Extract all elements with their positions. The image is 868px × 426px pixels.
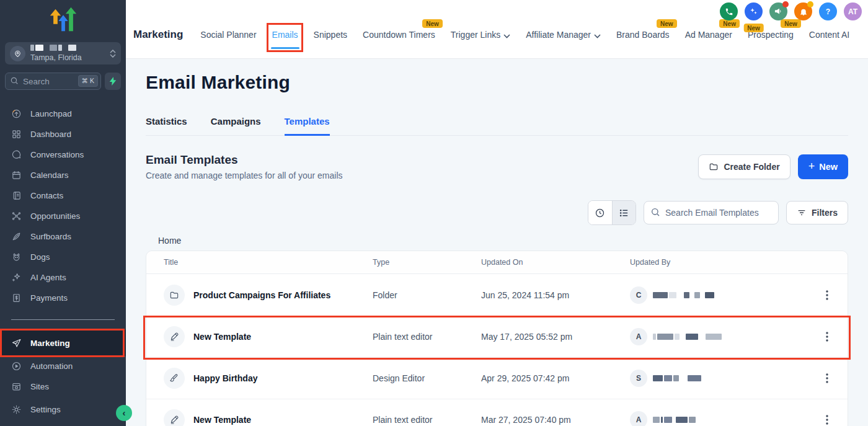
conversations-icon: [11, 149, 22, 160]
redacted-user-name: [653, 416, 696, 424]
list-view-button[interactable]: [612, 201, 636, 224]
topnav-tab-social-planner[interactable]: Social Planner: [200, 30, 256, 40]
avatar: A: [630, 328, 647, 345]
redacted-block: [706, 334, 722, 340]
sidebar-item-dashboard[interactable]: Dashboard: [0, 124, 126, 144]
row-title-cell[interactable]: New Template: [164, 409, 373, 426]
row-updated-on-cell: Jun 25, 2024 11:54 pm: [481, 290, 630, 300]
redacted-gap: [63, 45, 67, 51]
recent-view-button[interactable]: [588, 201, 612, 224]
row-menu-button[interactable]: [818, 286, 836, 304]
sidebar-collapse-button[interactable]: ‹: [116, 405, 132, 421]
sidebar: Tampa, Florida ⌘ K LaunchpadDashboardCon…: [0, 0, 126, 426]
table-row[interactable]: Happy BirthdayDesign EditorApr 29, 2025 …: [146, 357, 848, 399]
redacted-gap: [45, 45, 48, 51]
redacted-block: [657, 334, 673, 340]
template-title: New Template: [193, 332, 251, 342]
launchpad-icon: [11, 109, 22, 119]
new-badge: New: [743, 24, 764, 32]
topnav-tab-countdown-timers[interactable]: Countdown TimersNew: [363, 30, 435, 40]
sidebar-item-sites[interactable]: Sites: [0, 376, 126, 397]
row-menu-button[interactable]: [818, 369, 836, 388]
redacted-block: [664, 417, 672, 423]
topnav-tab-emails[interactable]: Emails: [272, 30, 298, 40]
main-content: Email Marketing StatisticsCampaignsTempl…: [126, 59, 868, 426]
row-title-cell[interactable]: New Template: [164, 326, 373, 347]
redacted-gap: [673, 417, 675, 423]
row-actions-cell: [818, 327, 848, 346]
breadcrumb[interactable]: Home: [158, 236, 848, 246]
sidebar-item-launchpad[interactable]: Launchpad: [0, 104, 126, 124]
sidebar-item-calendars[interactable]: Calendars: [0, 165, 126, 185]
row-title-cell[interactable]: Happy Birthday: [164, 368, 373, 389]
ai-sparkles-icon[interactable]: [745, 2, 763, 20]
tab-statistics[interactable]: Statistics: [146, 116, 187, 135]
sidebar-item-marketing[interactable]: Marketing: [0, 330, 126, 356]
new-badge: New: [719, 19, 740, 28]
redacted-block: [675, 334, 680, 340]
sidebar-item-surfboards[interactable]: Surfboards: [0, 226, 126, 247]
quick-actions-bolt-button[interactable]: [105, 73, 121, 90]
sidebar-item-settings[interactable]: Settings: [0, 399, 126, 420]
row-updated-on-cell: Apr 29, 2025 07:42 pm: [481, 373, 630, 383]
brush-icon: [164, 368, 185, 389]
settings-icon: [11, 404, 22, 415]
section-title: Email Templates: [146, 153, 698, 167]
avatar: S: [630, 370, 647, 387]
tab-campaigns[interactable]: Campaigns: [211, 116, 261, 135]
tab-templates[interactable]: Templates: [285, 116, 330, 136]
sidebar-item-payments[interactable]: Payments: [0, 288, 126, 308]
row-menu-button[interactable]: [818, 327, 836, 346]
redacted-block: [58, 45, 62, 51]
row-title-cell[interactable]: Product Campaigns For Affiliates: [164, 285, 373, 306]
list-icon: [619, 208, 629, 218]
avatar[interactable]: AT: [844, 2, 862, 20]
redacted-block: [68, 45, 76, 51]
topnav-tab-label: Content AI: [809, 30, 849, 40]
phone-icon[interactable]: [720, 2, 738, 20]
redacted-block: [694, 292, 700, 298]
shortcut-badge: ⌘ K: [78, 75, 98, 87]
topnav-tab-affiliate-manager[interactable]: Affiliate Manager: [526, 30, 601, 40]
sidebar-item-label: Opportunities: [30, 211, 80, 221]
row-updated-by-cell: S: [630, 370, 818, 387]
topnav-tab-trigger-links[interactable]: Trigger Links: [451, 30, 510, 40]
new-button[interactable]: + New: [798, 154, 848, 179]
sidebar-item-dogs[interactable]: Dogs: [0, 247, 126, 267]
row-menu-button[interactable]: [818, 410, 836, 426]
filters-button[interactable]: Filters: [786, 201, 848, 224]
table-toolbar: Filters: [146, 200, 848, 225]
topnav-tab-content-ai[interactable]: Content AI: [809, 30, 849, 40]
topnav-tab-ad-manager[interactable]: Ad ManagerNew: [685, 30, 732, 40]
sidebar-item-label: Marketing: [30, 339, 70, 348]
table-row[interactable]: Product Campaigns For AffiliatesFolderJu…: [146, 274, 848, 316]
table-row[interactable]: New TemplatePlain text editorMay 17, 202…: [146, 316, 848, 357]
row-updated-by-cell: C: [630, 286, 818, 304]
sidebar-item-ai-agents[interactable]: AI Agents: [0, 267, 126, 288]
help-icon[interactable]: ?: [819, 2, 837, 20]
sidebar-item-opportunities[interactable]: Opportunities: [0, 206, 126, 226]
redacted-block: [705, 292, 714, 298]
topnav-tab-snippets[interactable]: Snippets: [314, 30, 347, 40]
folder-icon: [709, 162, 719, 172]
topnav: Marketing Social PlannerEmailsSnippetsCo…: [133, 29, 849, 41]
new-badge: New: [657, 19, 677, 28]
sidebar-item-automation[interactable]: Automation: [0, 356, 126, 376]
row-type-cell: Plain text editor: [373, 415, 481, 425]
create-folder-button[interactable]: Create Folder: [698, 154, 790, 179]
page-title: Email Marketing: [146, 72, 848, 93]
sidebar-item-conversations[interactable]: Conversations: [0, 144, 126, 165]
search-templates-input[interactable]: [644, 201, 779, 224]
redacted-gap: [701, 292, 704, 298]
redacted-block: [686, 334, 698, 340]
redacted-gap: [678, 292, 683, 298]
sidebar-item-contacts[interactable]: Contacts: [0, 185, 126, 206]
sidebar-item-label: Sites: [30, 382, 49, 391]
redacted-gap: [681, 334, 684, 340]
column-header-type: Type: [373, 258, 481, 267]
location-switcher[interactable]: Tampa, Florida: [5, 42, 121, 64]
table-row[interactable]: New TemplatePlain text editorMar 27, 202…: [146, 399, 848, 426]
topnav-tab-brand-boards[interactable]: Brand BoardsNew: [616, 30, 670, 40]
dogs-icon: [11, 252, 22, 262]
app-logo: [0, 0, 126, 35]
